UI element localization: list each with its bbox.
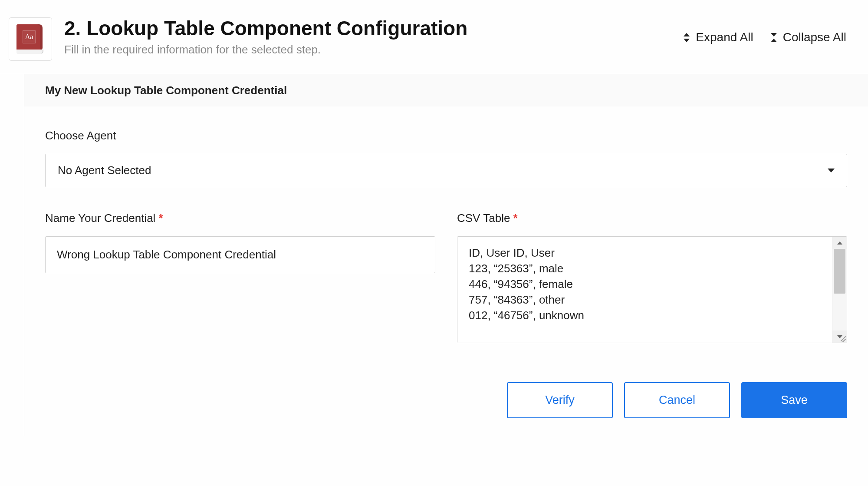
dictionary-icon-letters: Aa <box>23 30 36 43</box>
choose-agent-label: Choose Agent <box>45 129 847 142</box>
component-icon-box: Aa <box>9 17 52 61</box>
textarea-scrollbar[interactable] <box>832 237 847 343</box>
choose-agent-select[interactable]: No Agent Selected <box>45 154 847 187</box>
choose-agent-value: No Agent Selected <box>58 164 151 177</box>
credential-name-input[interactable] <box>45 236 435 273</box>
csv-table-label: CSV Table <box>457 212 847 225</box>
scroll-track[interactable] <box>832 249 847 331</box>
page-title: 2. Lookup Table Component Configuration <box>64 17 684 40</box>
scroll-down-icon[interactable] <box>832 331 847 343</box>
csv-table-textarea[interactable] <box>457 237 832 343</box>
expand-all-label: Expand All <box>696 30 753 44</box>
collapse-all-button[interactable]: Collapse All <box>771 30 846 44</box>
credential-name-label: Name Your Credential <box>45 212 435 225</box>
page-subtitle: Fill in the required information for the… <box>64 43 684 56</box>
verify-button[interactable]: Verify <box>507 382 613 418</box>
caret-down-icon <box>828 169 835 172</box>
dictionary-icon: Aa <box>16 24 44 54</box>
expand-all-icon <box>684 33 690 42</box>
credential-section-title: My New Lookup Table Component Credential <box>24 74 868 107</box>
scroll-thumb[interactable] <box>834 249 845 294</box>
expand-all-button[interactable]: Expand All <box>684 30 753 44</box>
collapse-all-icon <box>771 33 777 42</box>
scroll-up-icon[interactable] <box>832 237 847 249</box>
cancel-button[interactable]: Cancel <box>624 382 730 418</box>
save-button[interactable]: Save <box>741 382 847 418</box>
collapse-all-label: Collapse All <box>783 30 846 44</box>
